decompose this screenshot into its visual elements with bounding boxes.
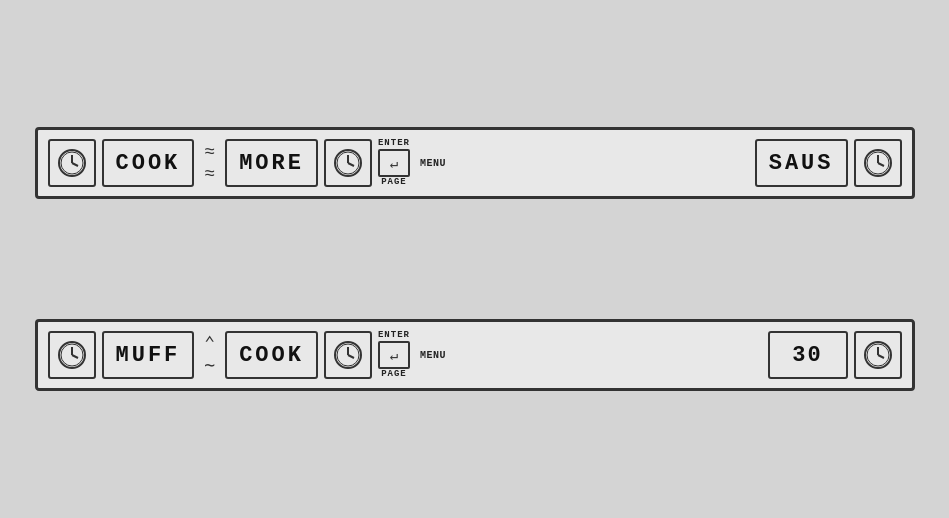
svg-line-15 <box>72 355 78 358</box>
svg-line-3 <box>72 163 78 166</box>
wave-group-2: ⌃ ∼ <box>200 331 219 379</box>
wave-top-1: ≈ <box>204 143 215 161</box>
muff-label: MUFF <box>102 331 195 379</box>
svg-line-23 <box>878 355 884 358</box>
more-label: MORE <box>225 139 318 187</box>
enter-label-1: ENTER <box>378 139 410 148</box>
toolbar-2: MUFF ⌃ ∼ COOK ENTER ↵ PAGE MENU 30 <box>35 319 915 391</box>
enter-arrow-2: ↵ <box>390 347 398 364</box>
enter-page-2[interactable]: ENTER ↵ PAGE <box>378 331 410 379</box>
clock-icon-4[interactable] <box>48 331 96 379</box>
cook-label-2: COOK <box>225 331 318 379</box>
clock-icon-2[interactable] <box>324 139 372 187</box>
menu-label-2[interactable]: MENU <box>416 350 450 361</box>
wave-group-1: ≈ ≈ <box>200 139 219 187</box>
toolbar-1: COOK ≈ ≈ MORE ENTER ↵ PAGE MENU SAUS <box>35 127 915 199</box>
clock-icon-3[interactable] <box>854 139 902 187</box>
enter-icon-1[interactable]: ↵ <box>378 149 410 177</box>
svg-line-7 <box>348 163 354 166</box>
page-label-1: PAGE <box>381 178 407 187</box>
enter-page-1[interactable]: ENTER ↵ PAGE <box>378 139 410 187</box>
cook-label-1: COOK <box>102 139 195 187</box>
enter-label-2: ENTER <box>378 331 410 340</box>
wave-top-2: ⌃ <box>204 335 215 353</box>
clock-icon-5[interactable] <box>324 331 372 379</box>
clock-icon-6[interactable] <box>854 331 902 379</box>
enter-arrow-1: ↵ <box>390 155 398 172</box>
menu-label-1[interactable]: MENU <box>416 158 450 169</box>
wave-bottom-2: ∼ <box>204 357 215 375</box>
page-label-2: PAGE <box>381 370 407 379</box>
svg-line-11 <box>878 163 884 166</box>
clock-icon-1[interactable] <box>48 139 96 187</box>
enter-icon-2[interactable]: ↵ <box>378 341 410 369</box>
svg-line-19 <box>348 355 354 358</box>
number-label: 30 <box>768 331 848 379</box>
saus-label: SAUS <box>755 139 848 187</box>
wave-bottom-1: ≈ <box>204 165 215 183</box>
